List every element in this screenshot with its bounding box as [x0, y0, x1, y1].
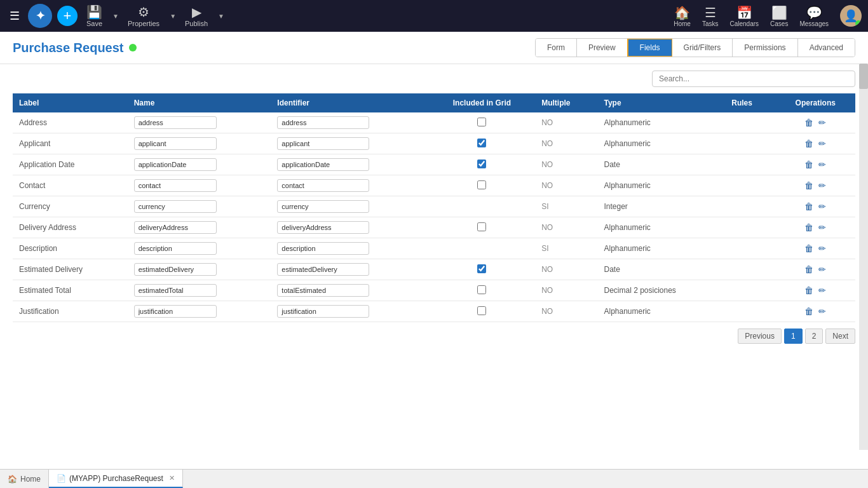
delete-field-button[interactable]: 🗑 [802, 242, 816, 255]
edit-field-button[interactable]: ✏ [816, 221, 829, 234]
field-identifier-input[interactable] [277, 200, 369, 213]
avatar[interactable]: 👤 [840, 5, 862, 27]
field-name-input[interactable] [134, 305, 217, 318]
add-button[interactable]: + [57, 6, 78, 26]
prev-page-button[interactable]: Previous [738, 329, 782, 344]
save-button[interactable]: 💾 Save [83, 3, 106, 29]
edit-field-button[interactable]: ✏ [816, 158, 829, 171]
field-multiple-cell: NO [535, 112, 597, 133]
included-checkbox[interactable] [477, 118, 486, 126]
included-checkbox[interactable] [477, 285, 486, 294]
included-checkbox[interactable] [477, 159, 486, 168]
field-included-cell [429, 154, 536, 175]
save-dropdown-icon[interactable]: ▼ [112, 13, 119, 20]
tab-grid-filters[interactable]: Grid/Filters [672, 39, 733, 57]
tab-advanced[interactable]: Advanced [798, 39, 855, 57]
next-page-button[interactable]: Next [825, 329, 855, 344]
home-nav-button[interactable]: 🏠 Home [674, 5, 691, 27]
bottom-purchase-request-tab[interactable]: 📄 (MYAPP) PurchaseRequest ✕ [49, 470, 183, 488]
included-checkbox[interactable] [477, 306, 486, 315]
included-checkbox[interactable] [477, 222, 486, 231]
field-identifier-input[interactable] [277, 263, 369, 276]
pagination: Previous 1 2 Next [0, 322, 868, 350]
delete-field-button[interactable]: 🗑 [802, 200, 816, 213]
publish-dropdown-icon[interactable]: ▼ [218, 13, 224, 20]
logo-icon[interactable]: ✦ [28, 4, 52, 28]
field-identifier-input[interactable] [277, 116, 369, 129]
field-identifier-input[interactable] [277, 179, 369, 192]
messages-nav-button[interactable]: 💬 Messages [799, 5, 829, 27]
edit-field-button[interactable]: ✏ [816, 263, 829, 276]
included-checkbox[interactable] [477, 180, 486, 189]
publish-button[interactable]: ▶ Publish [181, 3, 212, 29]
field-name-cell [128, 196, 271, 217]
delete-field-button[interactable]: 🗑 [802, 116, 816, 129]
field-identifier-input[interactable] [277, 137, 369, 150]
delete-field-button[interactable]: 🗑 [802, 284, 816, 297]
field-name-input[interactable] [134, 179, 217, 192]
close-tab-icon[interactable]: ✕ [169, 474, 175, 482]
edit-field-button[interactable]: ✏ [816, 200, 829, 213]
field-identifier-input[interactable] [277, 158, 369, 171]
scroll-thumb[interactable] [859, 64, 868, 89]
tab-fields[interactable]: Fields [627, 38, 673, 57]
field-label-cell: Application Date [13, 154, 128, 175]
field-rules-cell [725, 133, 775, 154]
field-name-input[interactable] [134, 137, 217, 150]
field-included-cell [429, 238, 536, 259]
field-name-input[interactable] [134, 284, 217, 297]
field-type-cell: Alphanumeric [597, 175, 725, 196]
properties-button[interactable]: ⚙ Properties [124, 3, 163, 29]
included-checkbox[interactable] [477, 264, 486, 273]
field-identifier-input[interactable] [277, 221, 369, 234]
edit-field-button[interactable]: ✏ [816, 242, 829, 255]
field-identifier-input[interactable] [277, 284, 369, 297]
topbar-left: ☰ ✦ + 💾 Save ▼ ⚙ Properties ▼ ▶ Publish … [6, 3, 224, 29]
tab-preview[interactable]: Preview [577, 39, 628, 57]
field-label-cell: Estimated Total [13, 280, 128, 301]
delete-field-button[interactable]: 🗑 [802, 263, 816, 276]
included-checkbox[interactable] [477, 139, 486, 147]
delete-field-button[interactable]: 🗑 [802, 221, 816, 234]
cases-nav-button[interactable]: ⬜ Cases [770, 5, 788, 27]
tab-permissions[interactable]: Permissions [733, 39, 797, 57]
field-identifier-input[interactable] [277, 305, 369, 318]
edit-field-button[interactable]: ✏ [816, 284, 829, 297]
delete-field-button[interactable]: 🗑 [802, 137, 816, 150]
field-identifier-cell [271, 217, 428, 238]
delete-field-button[interactable]: 🗑 [802, 179, 816, 192]
field-name-cell [128, 259, 271, 280]
field-name-input[interactable] [134, 263, 217, 276]
field-label-cell: Currency [13, 196, 128, 217]
edit-field-button[interactable]: ✏ [816, 137, 829, 150]
field-name-input[interactable] [134, 116, 217, 129]
edit-field-button[interactable]: ✏ [816, 116, 829, 129]
hamburger-icon[interactable]: ☰ [6, 6, 23, 26]
field-name-cell [128, 301, 271, 322]
delete-field-button[interactable]: 🗑 [802, 158, 816, 171]
table-row: Application DateNODate🗑✏ [13, 154, 855, 175]
field-multiple-cell: SI [535, 196, 597, 217]
table-row: Estimated TotalNODecimal 2 posiciones🗑✏ [13, 280, 855, 301]
calendars-nav-button[interactable]: 📅 Calendars [729, 5, 759, 27]
field-name-input[interactable] [134, 221, 217, 234]
field-identifier-cell [271, 154, 428, 175]
table-row: DescriptionSIAlphanumeric🗑✏ [13, 238, 855, 259]
properties-dropdown-icon[interactable]: ▼ [170, 13, 176, 20]
field-multiple-cell: NO [535, 175, 597, 196]
search-input[interactable] [652, 71, 855, 87]
delete-field-button[interactable]: 🗑 [802, 305, 816, 318]
page-1-button[interactable]: 1 [784, 329, 803, 344]
bottom-home-tab[interactable]: 🏠 Home [0, 470, 49, 488]
field-identifier-input[interactable] [277, 242, 369, 255]
edit-field-button[interactable]: ✏ [816, 179, 829, 192]
edit-field-button[interactable]: ✏ [816, 305, 829, 318]
page-2-button[interactable]: 2 [805, 329, 824, 344]
field-name-input[interactable] [134, 200, 217, 213]
field-name-input[interactable] [134, 242, 217, 255]
save-icon: 💾 [86, 4, 102, 20]
tab-form[interactable]: Form [536, 39, 577, 57]
field-name-input[interactable] [134, 158, 217, 171]
tasks-nav-button[interactable]: ☰ Tasks [702, 5, 719, 27]
field-label-cell: Estimated Delivery [13, 259, 128, 280]
